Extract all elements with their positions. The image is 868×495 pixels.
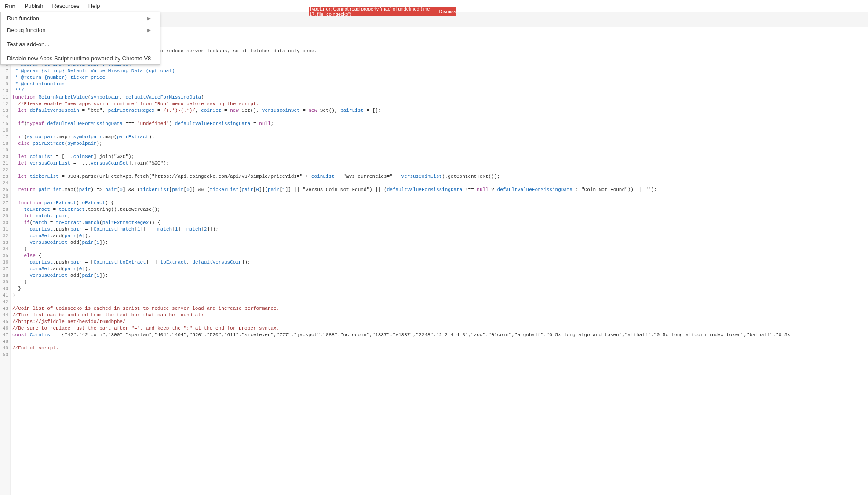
code-line[interactable]: else { xyxy=(12,253,868,259)
menu-help[interactable]: Help xyxy=(84,0,105,12)
menu-resources[interactable]: Resources xyxy=(48,0,84,12)
code-editor[interactable]: 1234567891011121314151617181920212223242… xyxy=(0,27,868,495)
code-line[interactable] xyxy=(12,299,868,305)
code-line[interactable]: if(match = toExtract.match(pairExtractRe… xyxy=(12,220,868,226)
code-line[interactable]: coinSet.add(pair[0]); xyxy=(12,266,868,272)
code-line[interactable]: pairList.push(pair = [CoinList[match[1]]… xyxy=(12,226,868,233)
code-line[interactable]: const CoinList = {"42":"42-coin","300":"… xyxy=(12,332,868,338)
menu-separator xyxy=(1,51,160,51)
code-line[interactable] xyxy=(12,338,868,345)
code-line[interactable] xyxy=(12,352,868,358)
code-line[interactable]: //End of script. xyxy=(12,345,868,352)
code-line[interactable]: versusCoinSet.add(pair[1]); xyxy=(12,239,868,246)
menu-debug-function[interactable]: Debug function ▶ xyxy=(1,24,160,36)
menu-label: Disable new Apps Script runtime powered … xyxy=(7,55,151,62)
code-line[interactable]: * @customfunction xyxy=(12,81,868,88)
code-line[interactable]: //Coin list of CoinGecko is cached in sc… xyxy=(12,305,868,312)
menu-label: Test as add-on... xyxy=(7,41,49,48)
menu-disable-v8[interactable]: Disable new Apps Script runtime powered … xyxy=(1,52,160,64)
code-line[interactable] xyxy=(12,147,868,154)
code-line[interactable]: **/ xyxy=(12,88,868,94)
chevron-right-icon: ▶ xyxy=(147,28,151,33)
code-line[interactable] xyxy=(12,180,868,187)
menu-run-function[interactable]: Run function ▶ xyxy=(1,12,160,24)
code-line[interactable]: return pairList.map((pair) => pair[0] &&… xyxy=(12,187,868,193)
code-line[interactable]: * @param {string} Default Value Missing … xyxy=(12,68,868,74)
code-area[interactable]: it to reduce server lookups, so it fetch… xyxy=(11,27,868,495)
code-line[interactable] xyxy=(12,114,868,121)
menu-label: Debug function xyxy=(7,27,45,33)
dismiss-link[interactable]: Dismiss xyxy=(439,9,456,14)
error-banner: TypeError: Cannot read property 'map' of… xyxy=(309,7,456,16)
code-line[interactable]: let defaultVersusCoin = "btc", pairExtra… xyxy=(12,107,868,114)
menu-label: Run function xyxy=(7,15,39,22)
code-line[interactable]: } xyxy=(12,246,868,253)
code-line[interactable]: //Please enable "new apps script runtime… xyxy=(12,101,868,107)
code-line[interactable]: toExtract = toExtract.toString().toLower… xyxy=(12,206,868,213)
menu-test-addon[interactable]: Test as add-on... xyxy=(1,38,160,50)
code-line[interactable]: coinSet.add(pair[0]); xyxy=(12,233,868,239)
code-line[interactable]: function pairExtract(toExtract) { xyxy=(12,200,868,206)
code-line[interactable]: let match, pair; xyxy=(12,213,868,220)
code-line[interactable]: let tickerList = JSON.parse(UrlFetchApp.… xyxy=(12,173,868,180)
line-gutter: 1234567891011121314151617181920212223242… xyxy=(0,27,11,495)
code-line[interactable]: else pairExtract(symbolpair); xyxy=(12,140,868,147)
error-message: TypeError: Cannot read property 'map' of… xyxy=(309,6,437,17)
menu-run[interactable]: Run xyxy=(0,0,20,12)
menu-publish[interactable]: Publish xyxy=(20,0,48,12)
code-line[interactable]: function ReturnMarketValue(symbolpair, d… xyxy=(12,94,868,101)
code-line[interactable]: * @return {number} ticker price xyxy=(12,74,868,81)
menu-separator xyxy=(1,37,160,37)
code-line[interactable]: } xyxy=(12,286,868,292)
code-line[interactable]: versusCoinSet.add(pair[1]); xyxy=(12,272,868,279)
chevron-right-icon: ▶ xyxy=(147,16,151,21)
code-line[interactable] xyxy=(12,127,868,134)
code-line[interactable]: //https://jsfiddle.net/hesido/t6mdbphe/ xyxy=(12,319,868,325)
code-line[interactable]: let coinList = [...coinSet].join("%2C"); xyxy=(12,154,868,160)
code-line[interactable]: pairList.push(pair = [CoinList[toExtract… xyxy=(12,259,868,266)
code-line[interactable]: if(symbolpair.map) symbolpair.map(pairEx… xyxy=(12,134,868,140)
run-dropdown: Run function ▶ Debug function ▶ Test as … xyxy=(0,12,160,65)
code-line[interactable]: //Be sure to replace just the part after… xyxy=(12,325,868,332)
code-line[interactable]: if(typeof defaultValueForMissingData ===… xyxy=(12,121,868,127)
code-line[interactable]: let versusCoinList = [...versusCoinSet].… xyxy=(12,160,868,167)
code-line[interactable]: } xyxy=(12,292,868,299)
code-line[interactable] xyxy=(12,167,868,173)
code-line[interactable]: } xyxy=(12,279,868,286)
code-line[interactable]: //This list can be updated from the text… xyxy=(12,312,868,319)
code-line[interactable] xyxy=(12,193,868,200)
